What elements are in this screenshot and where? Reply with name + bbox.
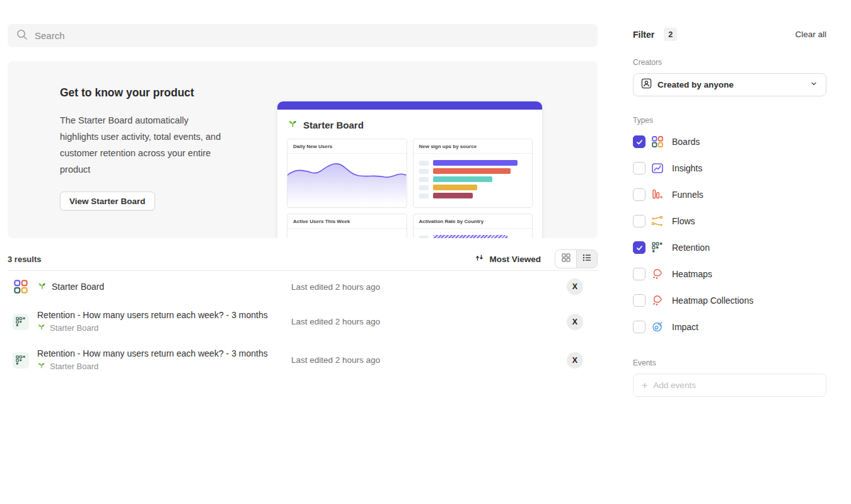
checkbox-checked[interactable]: [633, 135, 645, 148]
last-edited: Last edited 2 hours ago: [291, 282, 380, 292]
panel-label: Daily New Users: [287, 139, 407, 154]
board-header-bar: [277, 101, 542, 110]
results-count: 3 results: [8, 255, 41, 264]
type-filter-boards[interactable]: Boards: [633, 129, 826, 155]
panel-label: Activation Rate by Country: [414, 214, 533, 229]
board-preview-title: Starter Board: [303, 120, 364, 130]
results-header: 3 results Most Viewed: [8, 248, 598, 271]
type-label: Impact: [672, 322, 698, 332]
result-subtitle: Starter Board: [50, 323, 98, 333]
search-input[interactable]: [35, 30, 589, 41]
sprout-icon: [37, 361, 46, 372]
chevron-down-icon: [809, 79, 818, 91]
heatmap-collections-icon: [651, 294, 664, 307]
area-chart: [287, 154, 407, 204]
type-filter-heatmap-collections[interactable]: Heatmap Collections: [633, 287, 826, 314]
result-row-starter-board[interactable]: Starter Board Last edited 2 hours ago X: [8, 271, 598, 302]
type-label: Heatmaps: [672, 269, 712, 279]
result-title: Starter Board: [52, 282, 104, 292]
creator-avatar[interactable]: X: [567, 278, 583, 295]
checkbox-checked[interactable]: [633, 241, 645, 254]
add-events-placeholder: Add events: [653, 381, 696, 390]
grid-view-icon: [561, 253, 571, 265]
search-icon: [16, 28, 28, 43]
creators-dropdown[interactable]: Created by anyone: [633, 73, 826, 96]
checkbox-unchecked[interactable]: [633, 162, 645, 175]
type-label: Insights: [672, 163, 702, 173]
panel-new-signups: New sign ups by source: [413, 139, 533, 208]
result-subtitle: Starter Board: [50, 362, 98, 371]
starter-board-preview: Starter Board Daily New Users New sign u…: [277, 101, 542, 238]
type-label: Funnels: [672, 190, 703, 200]
person-badge-icon: [641, 78, 652, 91]
type-filter-retention[interactable]: Retention: [633, 234, 826, 261]
panel-daily-new-users: Daily New Users: [287, 139, 407, 208]
promo-description: The Starter Board automatically highligh…: [60, 112, 223, 178]
panel-activation-rate: Activation Rate by Country: [413, 214, 533, 238]
heatmaps-icon: [651, 268, 664, 280]
creators-dropdown-value: Created by anyone: [657, 80, 734, 89]
retention-icon: [651, 241, 664, 254]
result-title: Retention - How many users return each w…: [37, 310, 268, 320]
sort-control[interactable]: Most Viewed: [475, 253, 541, 265]
checkbox-unchecked[interactable]: [633, 294, 645, 307]
creator-avatar[interactable]: X: [567, 314, 583, 330]
insights-icon: [651, 162, 664, 175]
signup-bars: [414, 154, 533, 198]
sort-arrows-icon: [475, 253, 485, 265]
clear-all-button[interactable]: Clear all: [795, 30, 826, 39]
checkbox-unchecked[interactable]: [633, 268, 645, 280]
checkbox-unchecked[interactable]: [633, 321, 645, 333]
filter-sidebar: Filter 2 Clear all Creators Created by a…: [633, 0, 826, 397]
last-edited: Last edited 2 hours ago: [291, 355, 380, 365]
add-events-input[interactable]: + Add events: [633, 374, 826, 397]
result-title: Retention - How many users return each w…: [37, 348, 268, 358]
retention-icon: [13, 352, 29, 369]
types-section-label: Types: [633, 116, 826, 125]
active-users-value: 204: [287, 229, 407, 238]
plus-icon: +: [642, 381, 647, 391]
checkbox-unchecked[interactable]: [633, 215, 645, 227]
type-label: Boards: [672, 137, 700, 147]
type-label: Heatmap Collections: [672, 295, 753, 306]
sprout-icon: [37, 323, 46, 333]
type-filter-flows[interactable]: Flows: [633, 208, 826, 234]
panel-label: Active Users This Week: [287, 214, 407, 229]
result-row-retention-2[interactable]: Retention - How many users return each w…: [8, 341, 598, 379]
panel-label: New sign ups by source: [414, 139, 533, 154]
creators-section-label: Creators: [633, 58, 826, 67]
view-starter-board-button[interactable]: View Starter Board: [60, 192, 155, 210]
sort-label: Most Viewed: [489, 255, 541, 264]
search-bar[interactable]: [8, 24, 598, 47]
type-filter-insights[interactable]: Insights: [633, 155, 826, 181]
type-label: Retention: [672, 243, 710, 253]
type-filter-funnels[interactable]: Funnels: [633, 181, 826, 208]
creator-avatar[interactable]: X: [567, 352, 583, 369]
type-label: Flows: [672, 216, 695, 226]
type-filter-heatmaps[interactable]: Heatmaps: [633, 261, 826, 287]
sprout-icon: [287, 118, 298, 132]
filter-count-badge: 2: [664, 28, 677, 41]
funnels-icon: [651, 188, 664, 201]
type-filter-impact[interactable]: Impact: [633, 314, 826, 340]
main-column: Get to know your product The Starter Boa…: [8, 0, 598, 379]
list-view-icon: [582, 253, 592, 265]
promo-card: Get to know your product The Starter Boa…: [8, 61, 598, 238]
list-view-button[interactable]: [576, 250, 597, 268]
sprout-icon: [37, 281, 47, 293]
filter-title: Filter: [633, 30, 654, 40]
flows-icon: [651, 215, 664, 227]
events-section-label: Events: [633, 358, 826, 367]
last-edited: Last edited 2 hours ago: [291, 317, 380, 326]
activation-bars: [414, 229, 533, 238]
boards-icon: [651, 135, 664, 148]
checkbox-unchecked[interactable]: [633, 188, 645, 201]
promo-title: Get to know your product: [60, 86, 230, 100]
result-row-retention-1[interactable]: Retention - How many users return each w…: [8, 302, 598, 341]
board-icon: [13, 278, 29, 295]
impact-icon: [651, 321, 664, 333]
view-toggle: [555, 249, 598, 268]
panel-active-users: Active Users This Week 204: [287, 214, 407, 238]
grid-view-button[interactable]: [555, 250, 576, 268]
retention-icon: [13, 314, 29, 330]
